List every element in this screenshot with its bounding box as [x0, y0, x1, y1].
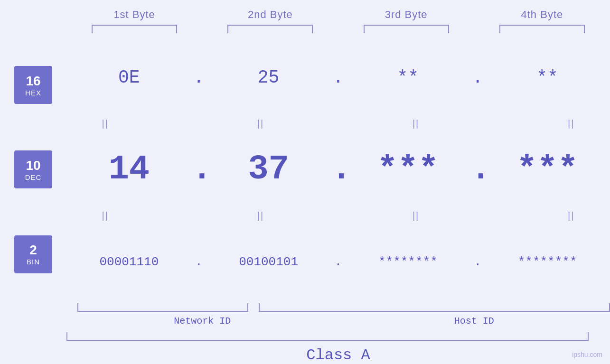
class-label: Class A: [240, 346, 370, 364]
equals-2: ||: [222, 117, 300, 130]
bin-byte-1: 00001110: [66, 255, 192, 269]
bottom-section: Network ID Host ID: [0, 303, 610, 327]
dot-dec-3: .: [470, 150, 485, 189]
bin-row: 00001110 . 00100101 . ******** . *******…: [66, 223, 610, 301]
byte-header-2: 2nd Byte: [202, 9, 338, 21]
main-container: 1st Byte 2nd Byte 3rd Byte 4th Byte 16 H…: [0, 0, 610, 364]
dec-byte-4: ***: [485, 150, 610, 189]
bottom-brackets: [66, 303, 610, 312]
top-brackets: [0, 25, 610, 33]
dot-bin-3: .: [470, 255, 485, 269]
dec-byte-1: 14: [66, 150, 192, 189]
byte-header-1: 1st Byte: [66, 9, 202, 21]
dot-bin-1: .: [192, 255, 206, 269]
equals-row-2: || || || ||: [66, 209, 610, 223]
dot-dec-1: .: [192, 150, 206, 189]
dot-3: .: [470, 67, 485, 88]
byte-headers-row: 1st Byte 2nd Byte 3rd Byte 4th Byte: [0, 9, 610, 21]
hex-badge: 16 HEX: [14, 66, 52, 104]
watermark: ipshu.com: [572, 351, 602, 358]
bin-badge: 2 BIN: [14, 235, 52, 273]
dec-row: 14 . 37 . *** . ***: [66, 130, 610, 209]
overall-bracket-wrap: [0, 332, 610, 341]
equals-4: ||: [532, 117, 610, 130]
equals-3: ||: [377, 117, 455, 130]
bracket-top-4: [499, 25, 585, 33]
network-bracket: [77, 303, 248, 312]
dec-badge: 10 DEC: [14, 150, 52, 188]
bin-byte-4: ********: [485, 255, 610, 269]
hex-byte-4: **: [485, 67, 610, 88]
hex-byte-3: **: [346, 67, 471, 88]
main-area: 16 HEX 10 DEC 2 BIN 0E . 25: [0, 38, 610, 301]
equals-8: ||: [532, 209, 610, 223]
bin-byte-2: 00100101: [206, 255, 331, 269]
byte-header-4: 4th Byte: [474, 9, 610, 21]
host-bracket: [259, 303, 610, 312]
hex-row: 0E . 25 . ** . **: [66, 38, 610, 117]
dot-1: .: [192, 67, 206, 88]
equals-5: ||: [66, 209, 144, 223]
host-id-label: Host ID: [338, 316, 610, 327]
equals-1: ||: [66, 117, 144, 130]
overall-bracket: [66, 332, 589, 341]
byte-header-3: 3rd Byte: [338, 9, 474, 21]
dot-dec-2: .: [331, 150, 346, 189]
bracket-top-1: [92, 25, 177, 33]
equals-row-1: || || || ||: [66, 117, 610, 130]
bracket-top-2: [227, 25, 313, 33]
equals-7: ||: [377, 209, 455, 223]
bracket-top-3: [364, 25, 449, 33]
dec-byte-3: ***: [346, 150, 471, 189]
rows-column: 0E . 25 . ** . ** ||: [66, 38, 610, 301]
dec-byte-2: 37: [206, 150, 331, 189]
id-labels: Network ID Host ID: [66, 316, 610, 327]
hex-byte-1: 0E: [66, 67, 192, 88]
dot-2: .: [331, 67, 346, 88]
hex-byte-2: 25: [206, 67, 331, 88]
equals-6: ||: [222, 209, 300, 223]
bin-byte-3: ********: [346, 255, 471, 269]
dot-bin-2: .: [331, 255, 346, 269]
network-id-label: Network ID: [66, 316, 338, 327]
labels-column: 16 HEX 10 DEC 2 BIN: [0, 38, 66, 301]
